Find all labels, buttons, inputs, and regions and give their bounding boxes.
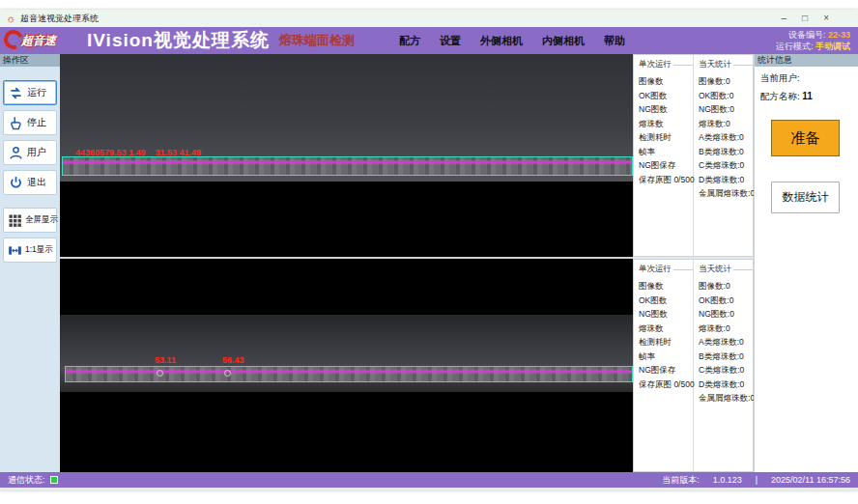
device-number-value: 22-33 xyxy=(828,30,850,40)
stat-row: 熔珠数:0 xyxy=(699,322,753,336)
stat-row: 熔珠数 xyxy=(639,117,693,131)
menu-help[interactable]: 帮助 xyxy=(604,34,625,48)
measurement-annotation: 53.11 xyxy=(155,355,176,365)
menu-inner-camera[interactable]: 内侧相机 xyxy=(542,34,585,48)
operation-sidebar: 操作区 运行 停止 xyxy=(0,54,60,472)
stat-row: D类熔珠数:0 xyxy=(699,173,753,187)
sidebar-title: 操作区 xyxy=(0,54,60,67)
app-header: 超音速 IVision视觉处理系统 熔珠端面检测 配方 设置 外侧相机 内侧相机… xyxy=(0,27,858,54)
stat-row: OK图数:0 xyxy=(699,294,753,308)
hand-click-icon xyxy=(8,115,24,131)
stat-row: 保存原图 0/500 xyxy=(639,378,693,392)
title-bar: ☼ 超音速视觉处理系统 – □ × xyxy=(0,10,858,27)
stat-row: NG图数 xyxy=(639,102,693,117)
info-panel: 统计信息 当前用户: 配方名称: 11 准备 数据统计 xyxy=(754,54,858,472)
stat-row: 熔珠数:0 xyxy=(699,117,753,131)
stat-row: B类熔珠数:0 xyxy=(699,350,753,364)
run-mode-value: 手动调试 xyxy=(815,42,850,51)
stat-row: 图像数:0 xyxy=(699,279,753,294)
daily-stats-header: 当天统计 xyxy=(699,59,753,70)
single-run-header: 单次运行 xyxy=(639,59,693,70)
info-panel-title: 统计信息 xyxy=(755,54,858,67)
stat-row: 检测耗时 xyxy=(639,130,693,145)
run-button-label: 运行 xyxy=(27,86,46,99)
one-to-one-button-label: 1:1显示 xyxy=(25,244,53,256)
bead-line-overlay xyxy=(63,161,632,163)
stat-row: 金属屑熔珠数:0 xyxy=(699,186,753,201)
exit-button-label: 退出 xyxy=(27,176,46,189)
stat-row: 图像数 xyxy=(639,279,693,294)
fullscreen-button-label: 全屏显示 xyxy=(25,214,58,226)
fullscreen-grid-icon xyxy=(8,213,22,228)
menu-settings[interactable]: 设置 xyxy=(440,34,461,48)
recipe-name-row: 配方名称: 11 xyxy=(755,91,858,103)
prepare-button[interactable]: 准备 xyxy=(771,120,840,156)
inner-stats-panel: 单次运行 图像数 OK图数 NG图数 熔珠数 检测耗时 帧率 NG图保存 保存原… xyxy=(633,259,754,472)
current-user-row: 当前用户: xyxy=(755,72,858,85)
recipe-name-value: 11 xyxy=(802,91,813,101)
outer-camera-viewport[interactable]: 44360579.53 1.49 31.53 41.49 xyxy=(60,54,633,257)
statistics-column: 单次运行 图像数 OK图数 NG图数 熔珠数 检测耗时 帧率 NG图保存 保存原… xyxy=(633,54,754,472)
window-title: 超音速视觉处理系统 xyxy=(20,13,781,25)
stat-row: D类熔珠数:0 xyxy=(699,378,753,392)
user-button[interactable]: 用户 xyxy=(3,140,57,165)
user-icon xyxy=(8,145,24,161)
stop-button-label: 停止 xyxy=(27,116,46,129)
maximize-button[interactable]: □ xyxy=(802,10,808,27)
stat-row: OK图数:0 xyxy=(699,89,753,103)
power-icon xyxy=(8,175,24,191)
data-statistics-button[interactable]: 数据统计 xyxy=(771,182,840,213)
stat-row: C类熔珠数:0 xyxy=(699,363,753,378)
stat-row: OK图数 xyxy=(639,89,693,103)
close-button[interactable]: × xyxy=(823,10,829,27)
app-subtitle: 熔珠端面检测 xyxy=(279,32,355,49)
one-to-one-button[interactable]: 1:1显示 xyxy=(3,238,57,263)
run-mode-label: 运行模式: xyxy=(776,42,814,51)
device-number-label: 设备编号: xyxy=(788,30,826,40)
stat-row: 帧率 xyxy=(639,145,693,159)
stat-row: NG图数:0 xyxy=(699,102,753,117)
datetime-value: 2025/02/11 16:57:56 xyxy=(771,475,850,485)
minimize-button[interactable]: – xyxy=(782,10,787,27)
status-separator: | xyxy=(756,475,758,485)
menu-recipe[interactable]: 配方 xyxy=(399,34,420,48)
comm-status-indicator xyxy=(50,476,58,484)
stat-row: B类熔珠数:0 xyxy=(699,145,753,159)
inner-camera-viewport[interactable]: 53.11 56.43 xyxy=(60,259,633,472)
exit-button[interactable]: 退出 xyxy=(3,170,57,195)
app-title: IVision视觉处理系统 xyxy=(87,28,270,53)
stop-button[interactable]: 停止 xyxy=(3,110,57,135)
stat-row: 检测耗时 xyxy=(639,335,693,350)
menu-outer-camera[interactable]: 外侧相机 xyxy=(480,34,523,48)
stat-row: OK图数 xyxy=(639,294,693,308)
daily-stats-header: 当天统计 xyxy=(699,264,753,275)
stat-row: 帧率 xyxy=(639,350,693,364)
measurement-annotation: 56.43 xyxy=(222,355,244,365)
brand-logo-text: 超音速 xyxy=(21,33,56,49)
run-button[interactable]: 运行 xyxy=(3,80,57,105)
version-label: 当前版本: xyxy=(662,474,700,487)
one-to-one-icon xyxy=(8,243,22,258)
viewport-column: 44360579.53 1.49 31.53 41.49 53.11 56.43 xyxy=(60,54,633,472)
window-bottom-edge xyxy=(0,488,858,490)
user-button-label: 用户 xyxy=(27,146,46,159)
fullscreen-button[interactable]: 全屏显示 xyxy=(3,208,57,233)
brand-logo-icon: 超音速 xyxy=(0,27,54,54)
main-menu: 配方 设置 外侧相机 内侧相机 帮助 xyxy=(399,34,625,48)
stat-row: NG图数:0 xyxy=(699,307,753,322)
stat-row: A类熔珠数:0 xyxy=(699,335,753,350)
run-arrows-icon xyxy=(8,85,24,101)
stat-row: NG图保存 xyxy=(639,363,693,378)
version-value: 1.0.123 xyxy=(713,475,742,485)
app-window: ☼ 超音速视觉处理系统 – □ × 超音速 IVision视觉处理系统 熔珠端面… xyxy=(0,10,858,490)
app-logo-icon: ☼ xyxy=(6,13,15,24)
stat-row: 金属屑熔珠数:0 xyxy=(699,391,753,406)
defect-marker xyxy=(157,370,163,377)
status-bar: 通信状态: 当前版本: 1.0.123 | 2025/02/11 16:57:5… xyxy=(0,472,858,488)
stat-row: NG图保存 xyxy=(639,158,693,173)
device-info: 设备编号: 22-33 运行模式: 手动调试 xyxy=(776,29,850,52)
bead-line-overlay xyxy=(66,371,632,373)
detection-rect-overlay xyxy=(65,366,633,382)
outer-stats-panel: 单次运行 图像数 OK图数 NG图数 熔珠数 检测耗时 帧率 NG图保存 保存原… xyxy=(633,54,754,257)
main-content: 操作区 运行 停止 xyxy=(0,54,858,472)
